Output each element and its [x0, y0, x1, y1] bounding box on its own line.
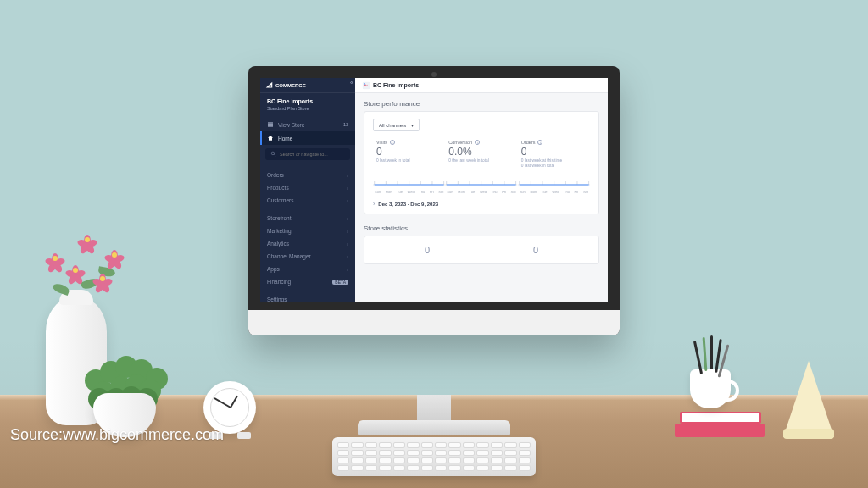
- store-statistics-title: Store statistics: [355, 221, 608, 236]
- storefront-icon: [267, 121, 274, 128]
- metric-label: Visits: [376, 140, 387, 145]
- chevron-right-icon: ›: [347, 198, 348, 203]
- info-icon[interactable]: i: [390, 140, 395, 145]
- sidebar-item-label: Apps: [267, 266, 280, 272]
- chevron-right-icon: ›: [347, 186, 348, 191]
- store-info: BC Fine Imports Standard Plan Store: [260, 93, 355, 118]
- metric-value: 0: [521, 146, 587, 158]
- store-name: BC Fine Imports: [267, 98, 348, 104]
- sidebar-item-marketing[interactable]: Marketing›: [260, 225, 355, 237]
- brand-logo-icon: [265, 81, 273, 89]
- source-caption: Source:www.bigcommerce.com: [10, 426, 224, 444]
- statistics-card: 0 0: [364, 236, 599, 264]
- metric-conversion: Conversioni 0.0% 0 the last week in tota…: [445, 140, 517, 168]
- sidebar: « COMMERCE BC Fine Imports Standard Plan…: [260, 78, 355, 302]
- keyboard: [332, 437, 536, 476]
- chevron-right-icon: ›: [347, 241, 348, 247]
- metric-value: 0.0%: [448, 146, 514, 158]
- search-icon: [270, 151, 276, 158]
- books: [673, 408, 766, 437]
- sidebar-item-products[interactable]: Products›: [260, 181, 355, 194]
- sidebar-item-view-store[interactable]: View Store 13: [260, 118, 355, 131]
- metric-sub: 0 last week in total: [521, 164, 587, 168]
- sidebar-item-label: Customers: [267, 197, 293, 203]
- stat-value: 0: [373, 245, 481, 255]
- chevron-right-icon: ›: [347, 229, 348, 234]
- store-plan: Standard Plan Store: [267, 106, 348, 111]
- metric-sub: 0 last week in total: [376, 158, 442, 163]
- store-avatar-icon: [362, 81, 370, 89]
- sparkline-visits: [373, 169, 445, 188]
- metric-sub: 0 the last week in total: [448, 158, 514, 163]
- stat-value: 0: [481, 245, 590, 255]
- home-icon: [267, 135, 274, 141]
- metrics-row: Visitsi 0 0 last week in total Conversio…: [364, 135, 598, 168]
- monitor-stand: [358, 398, 510, 435]
- performance-card: All channels ▾ Visitsi 0 0 last week in …: [364, 111, 599, 214]
- sidebar-item-label: Financing: [267, 279, 291, 285]
- sidebar-item-label: Orders: [267, 172, 284, 178]
- info-icon[interactable]: i: [475, 140, 480, 145]
- beta-badge: BETA: [332, 280, 348, 285]
- sidebar-item-orders[interactable]: Orders›: [260, 169, 355, 181]
- sidebar-item-channel-manager[interactable]: Channel Manager›: [260, 250, 355, 263]
- screen: « COMMERCE BC Fine Imports Standard Plan…: [260, 78, 608, 302]
- sidebar-item-apps[interactable]: Apps›: [260, 263, 355, 275]
- sidebar-item-label: Home: [278, 136, 292, 141]
- view-store-count: 13: [343, 122, 348, 127]
- chevron-right-icon[interactable]: ›: [373, 201, 375, 207]
- sidebar-collapse-button[interactable]: «: [350, 80, 353, 86]
- sparkline-conversion: [445, 169, 517, 188]
- chevron-right-icon: ›: [347, 216, 348, 221]
- sparklines: [364, 168, 598, 190]
- brand-text: COMMERCE: [275, 83, 306, 88]
- chevron-right-icon: ›: [347, 267, 348, 272]
- sidebar-search[interactable]: [265, 148, 350, 160]
- sidebar-item-home[interactable]: Home: [260, 131, 355, 145]
- sidebar-item-label: Marketing: [267, 228, 292, 234]
- store-performance-title: Store performance: [355, 93, 608, 111]
- sidebar-item-label: Analytics: [267, 241, 289, 247]
- brand: COMMERCE: [260, 78, 355, 93]
- axis-labels: SunMonTueWedThuFriSat SunMonTueWedThuFri…: [364, 190, 598, 196]
- metric-visits: Visitsi 0 0 last week in total: [373, 140, 445, 168]
- chevron-down-icon: ▾: [411, 122, 414, 128]
- date-range-text: Dec 3, 2023 - Dec 9, 2023: [378, 202, 438, 207]
- channel-dropdown[interactable]: All channels ▾: [373, 119, 420, 131]
- svg-line-1: [274, 154, 275, 156]
- sidebar-item-label: Products: [267, 185, 289, 191]
- main-content: BC Fine Imports Store performance All ch…: [355, 78, 608, 302]
- search-input[interactable]: [280, 152, 345, 157]
- monitor: « COMMERCE BC Fine Imports Standard Plan…: [248, 66, 620, 336]
- sparkline-orders: [518, 169, 590, 188]
- dropdown-selected: All channels: [379, 123, 406, 128]
- decor-cone: [783, 361, 834, 437]
- flowers: [31, 225, 132, 310]
- chevron-right-icon: ›: [347, 254, 348, 259]
- sidebar-item-analytics[interactable]: Analytics›: [260, 237, 355, 250]
- pen-cup: [690, 369, 731, 408]
- metric-label: Orders: [521, 140, 536, 145]
- sidebar-item-settings[interactable]: Settings: [260, 293, 355, 302]
- svg-point-3: [364, 83, 365, 85]
- chevron-right-icon: ›: [347, 173, 348, 178]
- metric-sub: 0 last week at this time: [521, 158, 587, 163]
- sidebar-item-label: View Store: [278, 122, 304, 128]
- sidebar-item-label: Channel Manager: [267, 253, 311, 259]
- sidebar-item-customers[interactable]: Customers›: [260, 194, 355, 207]
- sidebar-item-storefront[interactable]: Storefront›: [260, 212, 355, 225]
- info-icon[interactable]: i: [537, 140, 542, 145]
- metric-value: 0: [376, 146, 442, 158]
- metric-label: Conversion: [448, 140, 472, 145]
- sidebar-item-financing[interactable]: FinancingBETA: [260, 275, 355, 288]
- sidebar-item-label: Storefront: [267, 215, 292, 221]
- date-range-selector[interactable]: › Dec 3, 2023 - Dec 9, 2023: [364, 196, 598, 214]
- metric-orders: Ordersi 0 0 last week at this time 0 las…: [518, 140, 590, 168]
- page-title: BC Fine Imports: [373, 82, 419, 88]
- scene-root: « COMMERCE BC Fine Imports Standard Plan…: [0, 0, 868, 488]
- topbar: BC Fine Imports: [355, 78, 608, 93]
- svg-point-0: [271, 152, 275, 155]
- sidebar-item-label: Settings: [267, 297, 287, 302]
